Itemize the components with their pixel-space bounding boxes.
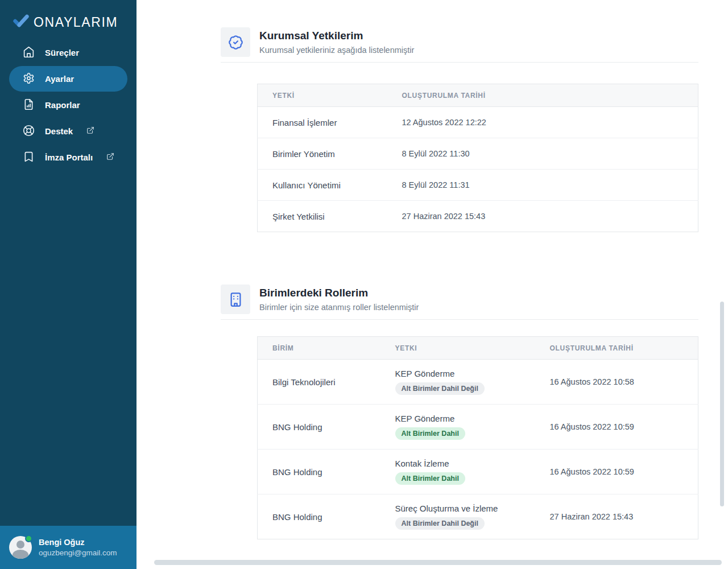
birim-cell: Bilgi Teknolojileri — [258, 360, 395, 405]
table-header-row: BİRİM YETKI OLUŞTURULMA TARİHİ — [258, 337, 698, 360]
brand-name: ONAYLARIM — [34, 15, 118, 30]
role-name: KEP Gönderme — [395, 414, 455, 423]
role-name: KEP Gönderme — [395, 369, 455, 378]
yetki-cell: Kullanıcı Yönetimi — [258, 170, 402, 201]
column-header-olusturulma-tarihi: OLUŞTURULMA TARİHİ — [402, 84, 698, 107]
date-cell: 8 Eylül 2022 11:30 — [402, 138, 698, 170]
sidebar-item-surecler[interactable]: Süreçler — [0, 40, 136, 65]
table-row: Birimler Yönetim 8 Eylül 2022 11:30 — [258, 138, 698, 170]
section-kurumsal-yetkilerim: Kurumsal Yetkilerim Kurumsal yetkilerini… — [221, 27, 698, 232]
main-content: Kurumsal Yetkilerim Kurumsal yetkilerini… — [136, 0, 728, 569]
kurumsal-yetkiler-table: YETKİ OLUŞTURULMA TARİHİ Finansal İşleml… — [257, 84, 698, 232]
sub-units-badge: Alt Birimler Dahil — [395, 427, 465, 440]
date-cell: 16 Ağustos 2022 10:59 — [550, 450, 698, 494]
badge-check-icon — [221, 27, 250, 57]
date-cell: 8 Eylül 2022 11:31 — [402, 170, 698, 201]
date-cell: 27 Haziran 2022 15:43 — [402, 201, 698, 232]
column-header-olusturulma-tarihi: OLUŞTURULMA TARİHİ — [550, 337, 698, 360]
table-row: Kullanıcı Yönetimi 8 Eylül 2022 11:31 — [258, 170, 698, 201]
table-row: Şirket Yetkilisi 27 Haziran 2022 15:43 — [258, 201, 698, 232]
role-name: Süreç Oluşturma ve İzleme — [395, 504, 498, 513]
table-row: Finansal İşlemler 12 Ağustos 2022 12:22 — [258, 107, 698, 138]
user-email: oguzbengi@gmail.com — [39, 549, 117, 557]
yetki-cell: Finansal İşlemler — [258, 107, 402, 138]
lifebuoy-icon — [23, 125, 35, 138]
sidebar-item-ayarlar[interactable]: Ayarlar — [9, 66, 127, 92]
table-row: BNG Holding Süreç Oluşturma ve İzleme Al… — [258, 494, 698, 539]
brand-logo: ONAYLARIM — [11, 13, 118, 32]
sub-units-badge: Alt Birimler Dahil Değil — [395, 382, 485, 395]
column-header-yetki: YETKİ — [258, 84, 402, 107]
column-header-yetki: YETKI — [395, 337, 550, 360]
sidebar-item-destek[interactable]: Destek — [0, 118, 136, 144]
sidebar-item-imza-portali[interactable]: İmza Portalı — [0, 145, 136, 170]
sub-units-badge: Alt Birimler Dahil — [395, 472, 465, 485]
yetki-cell: Şirket Yetkilisi — [258, 201, 402, 232]
birim-cell: BNG Holding — [258, 405, 395, 450]
table-header-row: YETKİ OLUŞTURULMA TARİHİ — [258, 84, 698, 107]
sub-units-badge: Alt Birimler Dahil Değil — [395, 517, 485, 530]
sidebar: ONAYLARIM Süreçler Ayarlar — [0, 0, 136, 569]
sidebar-item-label: Raporlar — [45, 100, 80, 110]
column-header-birim: BİRİM — [258, 337, 395, 360]
sidebar-item-raporlar[interactable]: Raporlar — [0, 92, 136, 118]
report-icon — [23, 98, 35, 112]
table-row: BNG Holding Kontak İzleme Alt Birimler D… — [258, 450, 698, 494]
date-cell: 27 Haziran 2022 15:43 — [550, 494, 698, 539]
table-row: Bilgi Teknolojileri KEP Gönderme Alt Bir… — [258, 360, 698, 405]
gear-icon — [23, 72, 35, 86]
external-link-icon — [106, 152, 114, 162]
sidebar-item-label: Ayarlar — [45, 74, 74, 84]
bookmark-icon — [23, 151, 35, 164]
sidebar-item-label: Destek — [45, 126, 73, 136]
vertical-scrollbar-thumb[interactable] — [720, 302, 724, 506]
date-cell: 16 Ağustos 2022 10:59 — [550, 405, 698, 450]
avatar — [9, 536, 32, 559]
building-icon — [221, 284, 250, 314]
section-subtitle: Kurumsal yetkileriniz aşağıda listelenmi… — [259, 46, 414, 55]
date-cell: 16 Ağustos 2022 10:58 — [550, 360, 698, 405]
section-subtitle: Birimler için size atanmış roller listel… — [259, 303, 419, 312]
sidebar-menu: Süreçler Ayarlar Raporlar — [0, 40, 136, 171]
horizontal-scrollbar-thumb[interactable] — [154, 560, 722, 565]
external-link-icon — [86, 126, 94, 136]
birim-cell: BNG Holding — [258, 494, 395, 539]
section-title: Kurumsal Yetkilerim — [259, 30, 414, 42]
birim-cell: BNG Holding — [258, 450, 395, 494]
sidebar-item-label: İmza Portalı — [45, 152, 93, 162]
date-cell: 12 Ağustos 2022 12:22 — [402, 107, 698, 138]
checkmark-logo-icon — [11, 13, 31, 32]
user-name: Bengi Oğuz — [39, 538, 117, 547]
table-row: BNG Holding KEP Gönderme Alt Birimler Da… — [258, 405, 698, 450]
online-status-dot — [25, 535, 32, 542]
yetki-cell: Birimler Yönetim — [258, 138, 402, 170]
role-name: Kontak İzleme — [395, 459, 449, 468]
section-divider — [221, 319, 698, 320]
user-menu[interactable]: Bengi Oğuz oguzbengi@gmail.com — [0, 526, 136, 569]
section-title: Birimlerdeki Rollerim — [259, 287, 419, 299]
sidebar-item-label: Süreçler — [45, 48, 79, 57]
home-icon — [23, 46, 35, 60]
birim-rolleri-table: BİRİM YETKI OLUŞTURULMA TARİHİ Bilgi Tek… — [257, 336, 698, 539]
section-birimlerdeki-rollerim: Birimlerdeki Rollerim Birimler için size… — [221, 284, 698, 539]
section-divider — [221, 62, 698, 63]
